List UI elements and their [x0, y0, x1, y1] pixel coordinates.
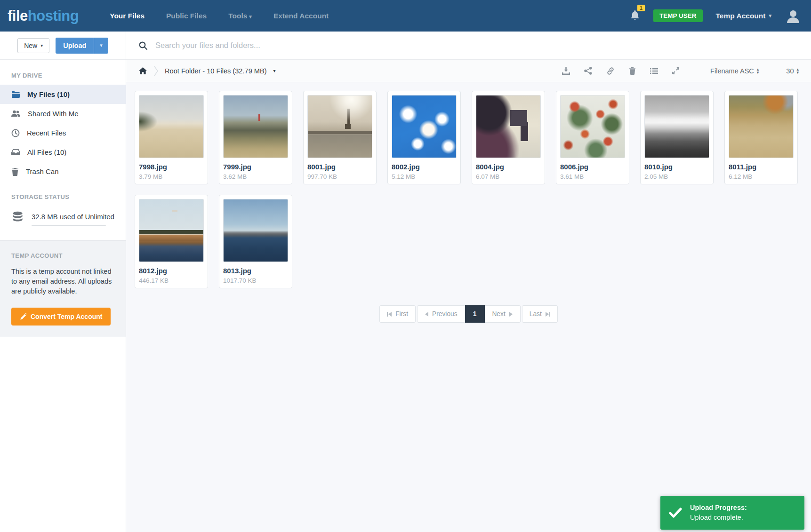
- file-size: 3.62 MB: [223, 173, 288, 180]
- brand-logo[interactable]: filehosting: [8, 8, 79, 24]
- new-button[interactable]: New ▾: [17, 38, 49, 53]
- file-card[interactable]: 8011.jpg 6.12 MB: [724, 91, 798, 184]
- nav-tools[interactable]: Tools▾: [228, 12, 252, 20]
- pagination-first-button[interactable]: First: [379, 305, 416, 323]
- temp-account-header: TEMP ACCOUNT: [11, 252, 114, 259]
- pagination-last-button[interactable]: Last: [522, 305, 558, 323]
- file-thumbnail[interactable]: [644, 95, 709, 158]
- file-size: 1017.70 KB: [223, 277, 288, 284]
- search-input[interactable]: [155, 41, 799, 50]
- storage-usage-text: 32.8 MB used of Unlimited: [32, 211, 114, 221]
- avatar[interactable]: [785, 8, 802, 24]
- file-thumbnail[interactable]: [476, 95, 541, 158]
- chevron-down-icon[interactable]: ▾: [273, 68, 276, 73]
- folder-toolbar: Root Folder - 10 Files (32.79 MB) ▾: [126, 60, 811, 82]
- file-name[interactable]: 8012.jpg: [139, 267, 204, 275]
- account-label: Temp Account: [716, 12, 766, 20]
- file-thumbnail[interactable]: [729, 95, 794, 158]
- drive-icon: [11, 149, 20, 156]
- file-name[interactable]: 8011.jpg: [729, 163, 794, 171]
- file-card[interactable]: 8006.jpg 3.61 MB: [556, 91, 629, 184]
- sidebar-item-recent-files[interactable]: Recent Files: [0, 123, 126, 143]
- convert-temp-account-button[interactable]: Convert Temp Account: [11, 308, 111, 326]
- toast-message: Upload complete.: [690, 513, 747, 523]
- storage-status: 32.8 MB used of Unlimited: [0, 206, 126, 226]
- file-name[interactable]: 8013.jpg: [223, 267, 288, 275]
- temp-user-badge[interactable]: TEMP USER: [653, 9, 703, 22]
- file-card[interactable]: 8002.jpg 5.12 MB: [387, 91, 461, 184]
- brand-file: file: [8, 8, 28, 24]
- breadcrumb: Root Folder - 10 Files (32.79 MB) ▾: [138, 66, 276, 76]
- notifications-button[interactable]: 1: [630, 9, 640, 23]
- file-thumbnail[interactable]: [139, 95, 204, 158]
- file-card[interactable]: 8010.jpg 2.05 MB: [640, 91, 714, 184]
- file-card[interactable]: 8013.jpg 1017.70 KB: [219, 195, 292, 288]
- arrow-left-icon: [425, 312, 428, 317]
- upload-button[interactable]: Upload ▾: [56, 38, 108, 54]
- file-card[interactable]: 7999.jpg 3.62 MB: [219, 91, 292, 184]
- nav-extend-account[interactable]: Extend Account: [273, 12, 329, 20]
- upload-toast[interactable]: Upload Progress: Upload complete.: [660, 496, 804, 530]
- file-name[interactable]: 8004.jpg: [476, 163, 541, 171]
- storage-progress-bar: [32, 225, 106, 226]
- search-bar: [126, 32, 811, 60]
- my-drive-header: MY DRIVE: [11, 72, 126, 79]
- file-thumbnail[interactable]: [223, 95, 288, 158]
- file-name[interactable]: 8006.jpg: [560, 163, 625, 171]
- file-thumbnail[interactable]: [392, 95, 457, 158]
- sidebar-item-trash-can[interactable]: Trash Can: [0, 162, 126, 181]
- sidebar-item-my-files[interactable]: My Files (10): [0, 85, 126, 104]
- file-thumbnail[interactable]: [560, 95, 625, 158]
- file-name[interactable]: 8002.jpg: [392, 163, 457, 171]
- breadcrumb-label[interactable]: Root Folder - 10 Files (32.79 MB): [165, 67, 267, 75]
- clock-icon: [11, 129, 20, 137]
- expand-icon[interactable]: [672, 67, 679, 74]
- toolbar-actions: Filename ASC ▴▾ 30 ▴▾: [562, 67, 799, 75]
- file-card[interactable]: 8001.jpg 997.70 KB: [303, 91, 377, 184]
- file-card[interactable]: 8012.jpg 446.17 KB: [135, 195, 208, 288]
- file-name[interactable]: 8001.jpg: [307, 163, 372, 171]
- file-size: 5.12 MB: [392, 173, 457, 180]
- arrow-right-icon: [509, 312, 513, 317]
- pagination-next-button[interactable]: Next: [485, 305, 520, 323]
- file-size: 3.61 MB: [560, 173, 625, 180]
- file-name[interactable]: 7998.jpg: [139, 163, 204, 171]
- toast-title: Upload Progress:: [690, 503, 747, 513]
- upload-options-toggle[interactable]: ▾: [94, 38, 108, 54]
- link-icon[interactable]: [606, 67, 615, 75]
- sort-order-select[interactable]: Filename ASC ▴▾: [710, 67, 759, 75]
- home-icon[interactable]: [138, 67, 147, 75]
- sidebar-item-all-files[interactable]: All Files (10): [0, 143, 126, 162]
- sidebar-item-label: My Files (10): [27, 90, 70, 98]
- breadcrumb-separator: [154, 66, 158, 76]
- checkmark-icon: [669, 507, 682, 518]
- download-icon[interactable]: [562, 67, 570, 75]
- page-size-arrows-icon: ▴▾: [796, 68, 799, 74]
- file-thumbnail[interactable]: [223, 199, 288, 262]
- file-card[interactable]: 8004.jpg 6.07 MB: [472, 91, 545, 184]
- main-nav: Your Files Public Files Tools▾ Extend Ac…: [110, 12, 329, 20]
- pagination-page-1[interactable]: 1: [465, 305, 485, 323]
- share-icon[interactable]: [584, 67, 592, 75]
- file-size: 2.05 MB: [644, 173, 709, 180]
- sidebar-item-label: Trash Can: [26, 167, 58, 175]
- file-thumbnail[interactable]: [307, 95, 372, 158]
- nav-your-files[interactable]: Your Files: [110, 12, 145, 20]
- trash-icon[interactable]: [629, 67, 636, 75]
- upload-button-label[interactable]: Upload: [56, 38, 94, 54]
- pagination-previous-button[interactable]: Previous: [417, 305, 465, 323]
- page-size-select[interactable]: 30 ▴▾: [786, 67, 799, 75]
- toast-text: Upload Progress: Upload complete.: [690, 503, 747, 523]
- temp-account-text: This is a temp account not linked to any…: [11, 267, 114, 296]
- file-grid: 7998.jpg 3.79 MB 7999.jpg 3.62 MB 8001.j…: [135, 91, 803, 288]
- file-name[interactable]: 7999.jpg: [223, 163, 288, 171]
- list-view-icon[interactable]: [650, 68, 658, 74]
- chevron-down-icon: ▾: [769, 13, 771, 19]
- account-menu[interactable]: Temp Account ▾: [716, 12, 771, 20]
- file-thumbnail[interactable]: [139, 199, 204, 262]
- file-name[interactable]: 8010.jpg: [644, 163, 709, 171]
- file-card[interactable]: 7998.jpg 3.79 MB: [135, 91, 208, 184]
- pagination: First Previous 1 Next Last: [135, 305, 803, 323]
- sidebar-item-shared-with-me[interactable]: Shared With Me: [0, 104, 126, 123]
- nav-public-files[interactable]: Public Files: [166, 12, 207, 20]
